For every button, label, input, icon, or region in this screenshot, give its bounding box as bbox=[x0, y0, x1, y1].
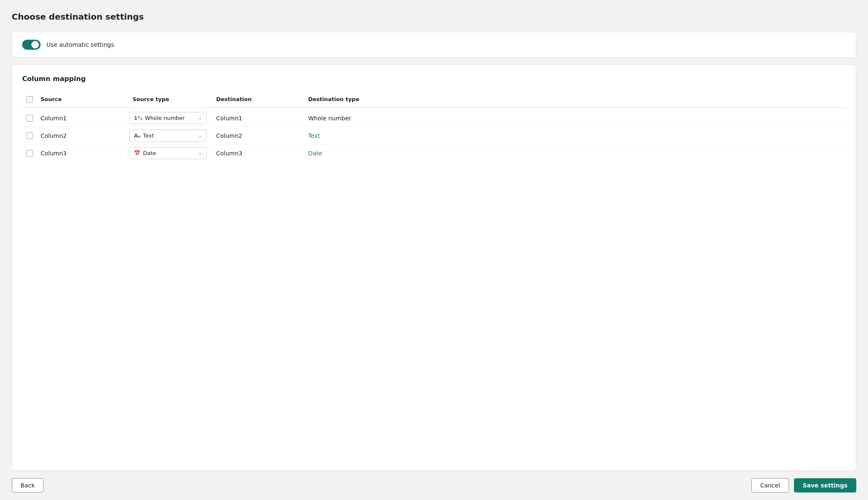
whole-number-icon: 1²₃ bbox=[134, 115, 142, 121]
row-1-source: Column1 bbox=[37, 113, 129, 123]
row-1-destination-type: Whole number bbox=[305, 113, 397, 123]
header-destination-type: Destination type bbox=[305, 94, 397, 104]
row-2-source: Column2 bbox=[37, 131, 129, 141]
row-3-destination-type: Date bbox=[305, 148, 397, 158]
toggle-label: Use automatic settings bbox=[46, 41, 114, 48]
row-2-checkbox[interactable] bbox=[26, 132, 33, 139]
column-mapping-title: Column mapping bbox=[22, 75, 846, 83]
row-2-source-type-dropdown[interactable]: Aₐ Text ⌄ bbox=[129, 129, 207, 142]
table-row: Column3 📅 Date ⌄ Column3 Date bbox=[22, 145, 846, 162]
column-mapping-card: Column mapping Source Source type Destin… bbox=[12, 64, 856, 471]
auto-settings-toggle[interactable] bbox=[22, 40, 41, 50]
row-2-chevron-icon: ⌄ bbox=[199, 133, 202, 138]
date-icon: 📅 bbox=[134, 150, 140, 156]
footer-right: Cancel Save settings bbox=[751, 478, 856, 492]
row-3-source-type-label: Date bbox=[143, 150, 156, 156]
row-3-source: Column3 bbox=[37, 148, 129, 158]
footer: Back Cancel Save settings bbox=[12, 471, 856, 500]
back-button[interactable]: Back bbox=[12, 478, 43, 492]
header-spacer bbox=[397, 94, 846, 104]
row-1-checkbox[interactable] bbox=[26, 115, 33, 122]
header-checkbox[interactable] bbox=[26, 96, 33, 103]
table-header: Source Source type Destination Destinati… bbox=[22, 91, 846, 108]
row-1-source-type-label: Whole number bbox=[145, 115, 185, 121]
table-row: Column1 1²₃ Whole number ⌄ Column1 Whole… bbox=[22, 109, 846, 127]
row-1-chevron-icon: ⌄ bbox=[199, 116, 202, 120]
row-1-destination: Column1 bbox=[213, 113, 305, 123]
save-settings-button[interactable]: Save settings bbox=[794, 478, 856, 492]
row-3-checkbox[interactable] bbox=[26, 150, 33, 157]
row-1-source-type-dropdown[interactable]: 1²₃ Whole number ⌄ bbox=[129, 112, 207, 124]
header-destination: Destination bbox=[213, 94, 305, 104]
header-source: Source bbox=[37, 94, 129, 104]
row-3-source-type-dropdown[interactable]: 📅 Date ⌄ bbox=[129, 147, 207, 159]
row-2-source-type-label: Text bbox=[143, 132, 154, 139]
row-2-destination: Column2 bbox=[213, 131, 305, 141]
toggle-card: Use automatic settings bbox=[12, 32, 856, 58]
page-title: Choose destination settings bbox=[12, 12, 856, 22]
row-2-destination-type: Text bbox=[305, 131, 397, 141]
cancel-button[interactable]: Cancel bbox=[751, 478, 789, 492]
table-row: Column2 Aₐ Text ⌄ Column2 Text bbox=[22, 127, 846, 145]
header-source-type: Source type bbox=[129, 94, 213, 104]
text-icon: Aₐ bbox=[134, 132, 140, 139]
row-3-chevron-icon: ⌄ bbox=[199, 151, 202, 155]
row-3-destination: Column3 bbox=[213, 148, 305, 158]
